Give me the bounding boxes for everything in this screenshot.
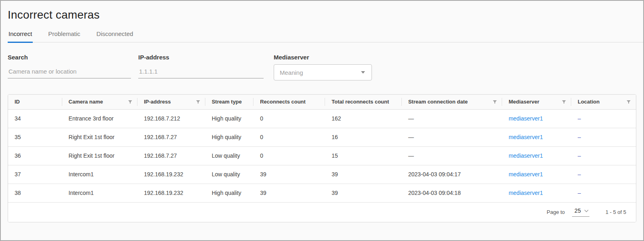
tab-disconnected[interactable]: Disconnected — [96, 27, 134, 42]
cell-location: – — [571, 109, 636, 128]
ip-address-field-group: IP-address — [138, 54, 264, 78]
column-label: Camera name — [69, 99, 103, 105]
cell-stream_type: High quality — [205, 128, 254, 146]
cameras-table-card: IDCamera nameIP-addressStream typeReconn… — [8, 94, 636, 222]
column-label: Location — [578, 99, 600, 105]
column-header-total_reconnects_count: Total reconnects count — [325, 95, 401, 109]
location-link[interactable]: – — [578, 115, 581, 122]
filter-icon[interactable] — [128, 99, 133, 104]
cell-camera_name: Intercom1 — [62, 184, 137, 202]
filter-icon[interactable] — [562, 99, 566, 104]
cell-stream_connection_date: — — [402, 146, 502, 165]
cell-ip_address: 192.168.19.232 — [137, 165, 205, 184]
mediaserver-link[interactable]: mediaserver1 — [509, 171, 543, 178]
location-link[interactable]: – — [578, 190, 581, 196]
location-link[interactable]: – — [578, 134, 581, 140]
cameras-table: IDCamera nameIP-addressStream typeReconn… — [8, 95, 636, 203]
cell-reconnects_count: 0 — [253, 128, 325, 146]
search-input[interactable] — [8, 67, 131, 78]
incorrect-cameras-page: Incorrect cameras Incorrect Problematic … — [1, 1, 643, 222]
mediaserver-link[interactable]: mediaserver1 — [509, 134, 543, 140]
tab-incorrect[interactable]: Incorrect — [8, 27, 33, 43]
mediaserver-select-placeholder: Meaning — [280, 69, 303, 76]
location-link[interactable]: – — [578, 171, 581, 178]
cell-ip_address: 192.168.19.232 — [137, 184, 205, 202]
mediaserver-select[interactable]: Meaning — [274, 64, 372, 80]
filter-icon[interactable] — [626, 99, 631, 104]
cell-mediaserver: mediaserver1 — [502, 146, 571, 165]
table-row: 37Intercom1192.168.19.232Low quality3939… — [8, 165, 636, 184]
tab-problematic[interactable]: Problematic — [47, 27, 81, 42]
mediaserver-label: Mediaserver — [274, 54, 372, 61]
mediaserver-link[interactable]: mediaserver1 — [509, 115, 543, 122]
cell-stream_connection_date: 2023-04-03 09:04:17 — [402, 165, 502, 184]
mediaserver-field-group: Mediaserver Meaning — [274, 54, 372, 80]
pagination-bar: Page to 25 1 - 5 of 5 — [8, 203, 636, 222]
cell-camera_name: Right Exit 1st floor — [62, 128, 137, 146]
mediaserver-link[interactable]: mediaserver1 — [509, 190, 543, 196]
cell-total_reconnects_count: 39 — [325, 184, 401, 202]
mediaserver-link[interactable]: mediaserver1 — [509, 152, 543, 159]
cell-total_reconnects_count: 16 — [325, 128, 401, 146]
cell-stream_type: Low quality — [205, 146, 254, 165]
cell-camera_name: Entrance 3rd floor — [62, 109, 137, 128]
cell-stream_type: High quality — [205, 184, 254, 202]
cell-stream_connection_date: — — [402, 109, 502, 128]
cell-stream_type: High quality — [205, 109, 254, 128]
cell-mediaserver: mediaserver1 — [502, 184, 571, 202]
column-label: Stream type — [212, 99, 242, 105]
table-header-row: IDCamera nameIP-addressStream typeReconn… — [8, 95, 636, 109]
column-header-reconnects_count: Reconnects count — [253, 95, 325, 109]
cell-reconnects_count: 0 — [253, 146, 325, 165]
filter-icon[interactable] — [492, 99, 497, 104]
cell-camera_name: Intercom1 — [62, 165, 137, 184]
cell-reconnects_count: 39 — [253, 165, 325, 184]
column-label: ID — [15, 99, 20, 105]
cell-id: 38 — [8, 184, 62, 202]
column-header-ip_address: IP-address — [137, 95, 205, 109]
tab-bar: Incorrect Problematic Disconnected — [8, 27, 643, 42]
cell-mediaserver: mediaserver1 — [502, 128, 571, 146]
page-size-select[interactable]: 25 — [572, 207, 589, 217]
location-link[interactable]: – — [578, 152, 581, 159]
filter-icon[interactable] — [196, 99, 201, 104]
cell-stream_connection_date: 2023-04-03 09:04:18 — [402, 184, 502, 202]
table-row: 38Intercom1192.168.19.232High quality393… — [8, 184, 636, 202]
cell-stream_connection_date: — — [402, 128, 502, 146]
table-row: 35Right Exit 1st floor192.168.7.27High q… — [8, 128, 636, 146]
filter-bar: Search IP-address Mediaserver Meaning — [8, 54, 643, 80]
cell-location: – — [571, 184, 636, 202]
cell-id: 37 — [8, 165, 62, 184]
cell-location: – — [571, 165, 636, 184]
cell-id: 34 — [8, 109, 62, 128]
cell-total_reconnects_count: 162 — [325, 109, 401, 128]
column-label: Reconnects count — [260, 99, 306, 105]
ip-address-label: IP-address — [138, 54, 264, 61]
table-row: 36Right Exit 1st floor192.168.7.27Low qu… — [8, 146, 636, 165]
cell-total_reconnects_count: 39 — [325, 165, 401, 184]
column-header-mediaserver: Mediaserver — [502, 95, 571, 109]
cell-reconnects_count: 39 — [253, 184, 325, 202]
cell-stream_type: Low quality — [205, 165, 254, 184]
range-label: 1 - 5 of 5 — [606, 209, 626, 215]
cell-ip_address: 192.168.7.27 — [137, 128, 205, 146]
cell-total_reconnects_count: 15 — [325, 146, 401, 165]
column-header-stream_type: Stream type — [205, 95, 254, 109]
column-header-camera_name: Camera name — [62, 95, 137, 109]
search-field-group: Search — [8, 54, 131, 78]
cell-id: 35 — [8, 128, 62, 146]
cell-reconnects_count: 0 — [253, 109, 325, 128]
chevron-down-icon — [584, 208, 588, 212]
column-label: Mediaserver — [509, 99, 539, 105]
column-header-location: Location — [571, 95, 636, 109]
cell-id: 36 — [8, 146, 62, 165]
cell-mediaserver: mediaserver1 — [502, 165, 571, 184]
column-label: Stream connection date — [408, 99, 468, 105]
ip-address-input[interactable] — [138, 67, 264, 78]
cell-mediaserver: mediaserver1 — [502, 109, 571, 128]
page-to-label: Page to — [547, 209, 565, 215]
page-size-value: 25 — [574, 207, 581, 214]
page-title: Incorrect cameras — [1, 1, 643, 23]
table-row: 34Entrance 3rd floor192.168.7.212High qu… — [8, 109, 636, 128]
cell-ip_address: 192.168.7.212 — [137, 109, 205, 128]
